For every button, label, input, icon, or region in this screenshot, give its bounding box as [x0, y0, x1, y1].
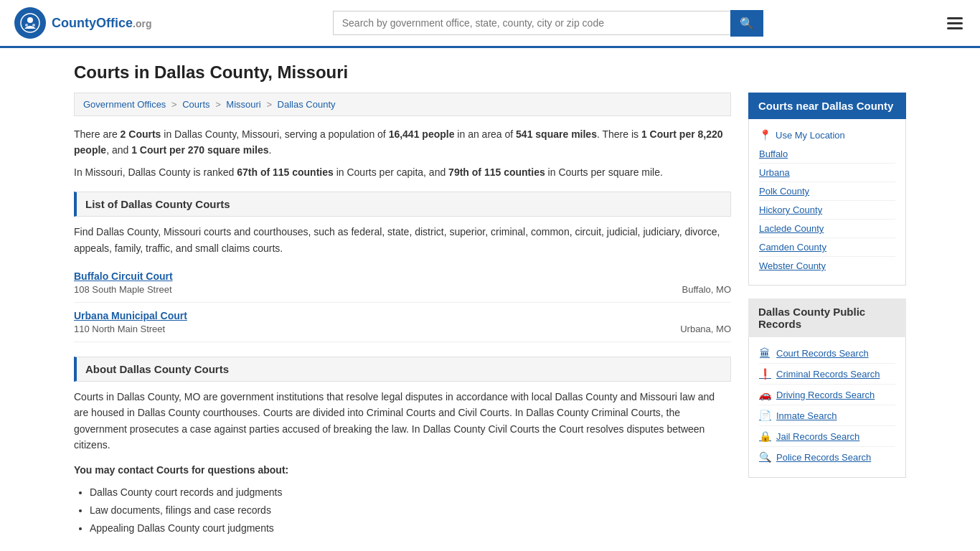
nearby-link-hickory-county[interactable]: Hickory County: [759, 201, 895, 220]
inmate-search-icon: 📄: [759, 410, 771, 421]
use-my-location-button[interactable]: 📍 Use My Location: [759, 125, 845, 145]
logo-text: CountyOffice.org: [52, 16, 151, 31]
location-icon: 📍: [759, 129, 771, 141]
courts-count: 2 Courts: [121, 128, 161, 140]
nearby-link-buffalo[interactable]: Buffalo: [759, 145, 895, 164]
population: 16,441 people: [389, 128, 455, 140]
search-area: 🔍: [333, 10, 763, 37]
breadcrumb-dallas-county[interactable]: Dallas County: [278, 99, 336, 110]
list-description: Find Dallas County, Missouri courts and …: [74, 224, 731, 256]
buffalo-address: 108 South Maple Street: [74, 284, 172, 295]
criminal-records-icon: ❗: [759, 368, 771, 380]
inmate-search-link[interactable]: 📄 Inmate Search: [759, 405, 895, 426]
bullet-item-3: Appealing Dallas County court judgments: [90, 519, 731, 537]
breadcrumb-gov-offices[interactable]: Government Offices: [83, 99, 166, 110]
jail-records-icon: 🔒: [759, 430, 771, 442]
list-section-header: List of Dallas County Courts: [74, 192, 731, 217]
logo-icon: [14, 7, 46, 39]
court-records-icon: 🏛: [759, 347, 771, 359]
jail-records-search-link[interactable]: 🔒 Jail Records Search: [759, 426, 895, 447]
breadcrumb-missouri[interactable]: Missouri: [226, 99, 260, 110]
police-records-label: Police Records Search: [776, 452, 871, 463]
public-records-list: 🏛 Court Records Search ❗ Criminal Record…: [748, 337, 906, 478]
police-records-icon: 🔍: [759, 451, 771, 463]
intro-text: There are 2 Courts in Dallas County, Mis…: [74, 126, 731, 180]
nearby-link-polk-county[interactable]: Polk County: [759, 182, 895, 201]
court-records-label: Court Records Search: [776, 348, 869, 359]
inmate-search-label: Inmate Search: [776, 410, 837, 421]
courts-near-list: 📍 Use My Location Buffalo Urbana Polk Co…: [748, 119, 906, 286]
svg-point-1: [27, 17, 33, 23]
menu-button[interactable]: [944, 14, 966, 32]
logo-area: CountyOffice.org: [14, 7, 151, 39]
left-column: Government Offices > Courts > Missouri >…: [74, 93, 731, 546]
menu-bar-1: [947, 17, 963, 19]
content-layout: Government Offices > Courts > Missouri >…: [74, 93, 906, 546]
criminal-records-search-link[interactable]: ❗ Criminal Records Search: [759, 364, 895, 385]
driving-records-search-link[interactable]: 🚗 Driving Records Search: [759, 385, 895, 405]
svg-point-2: [25, 24, 28, 27]
nearby-link-urbana[interactable]: Urbana: [759, 164, 895, 182]
bullet-item-2: Law documents, filings and case records: [90, 501, 731, 519]
page-title: Courts in Dallas County, Missouri: [74, 62, 906, 83]
nearby-link-laclede-county[interactable]: Laclede County: [759, 220, 895, 238]
right-sidebar: Courts near Dallas County 📍 Use My Locat…: [748, 93, 906, 546]
court-per-sqmi: 1 Court per 270 square miles: [131, 144, 268, 156]
bullet-item-1: Dallas County court records and judgment…: [90, 484, 731, 501]
area: 541 square miles: [516, 128, 597, 140]
rank-capita: 67th of 115 counties: [237, 166, 334, 178]
search-button[interactable]: 🔍: [730, 10, 763, 37]
police-records-search-link[interactable]: 🔍 Police Records Search: [759, 447, 895, 467]
urbana-address-row: 110 North Main Street Urbana, MO: [74, 324, 731, 334]
contact-header: You may contact Courts for questions abo…: [74, 462, 731, 478]
menu-bar-3: [947, 27, 963, 29]
jail-records-label: Jail Records Search: [776, 431, 859, 442]
main-content: Courts in Dallas County, Missouri Govern…: [60, 48, 920, 551]
breadcrumb-courts[interactable]: Courts: [182, 99, 209, 110]
court-entry-buffalo: Buffalo Circuit Court 108 South Maple St…: [74, 263, 731, 303]
rank-sqmi: 79th of 115 counties: [448, 166, 545, 178]
courts-near-header: Courts near Dallas County: [748, 93, 906, 119]
header: CountyOffice.org 🔍: [0, 0, 980, 48]
breadcrumb: Government Offices > Courts > Missouri >…: [74, 93, 731, 116]
bullet-list: Dallas County court records and judgment…: [74, 484, 731, 538]
public-records-header: Dallas County Public Records: [748, 298, 906, 337]
court-entries: Buffalo Circuit Court 108 South Maple St…: [74, 263, 731, 342]
search-icon: 🔍: [740, 17, 754, 29]
urbana-municipal-court-link[interactable]: Urbana Municipal Court: [74, 310, 187, 321]
breadcrumb-sep-2: >: [215, 99, 223, 110]
driving-records-label: Driving Records Search: [776, 390, 875, 400]
menu-bar-2: [947, 22, 963, 24]
buffalo-city-state: Buffalo, MO: [682, 284, 731, 295]
about-text: Courts in Dallas County, MO are governme…: [74, 389, 731, 538]
criminal-records-label: Criminal Records Search: [776, 369, 880, 380]
breadcrumb-sep-3: >: [266, 99, 274, 110]
use-my-location-label: Use My Location: [776, 130, 845, 141]
nearby-link-webster-county[interactable]: Webster County: [759, 257, 895, 275]
breadcrumb-sep-1: >: [171, 99, 179, 110]
search-input[interactable]: [333, 11, 730, 35]
buffalo-circuit-court-link[interactable]: Buffalo Circuit Court: [74, 270, 173, 282]
buffalo-address-row: 108 South Maple Street Buffalo, MO: [74, 284, 731, 295]
about-section-header: About Dallas County Courts: [74, 357, 731, 382]
driving-records-icon: 🚗: [759, 389, 771, 400]
urbana-address: 110 North Main Street: [74, 324, 165, 334]
court-records-search-link[interactable]: 🏛 Court Records Search: [759, 343, 895, 364]
nearby-link-camden-county[interactable]: Camden County: [759, 238, 895, 257]
urbana-city-state: Urbana, MO: [680, 324, 731, 334]
court-entry-urbana: Urbana Municipal Court 110 North Main St…: [74, 303, 731, 342]
svg-point-3: [32, 24, 35, 27]
